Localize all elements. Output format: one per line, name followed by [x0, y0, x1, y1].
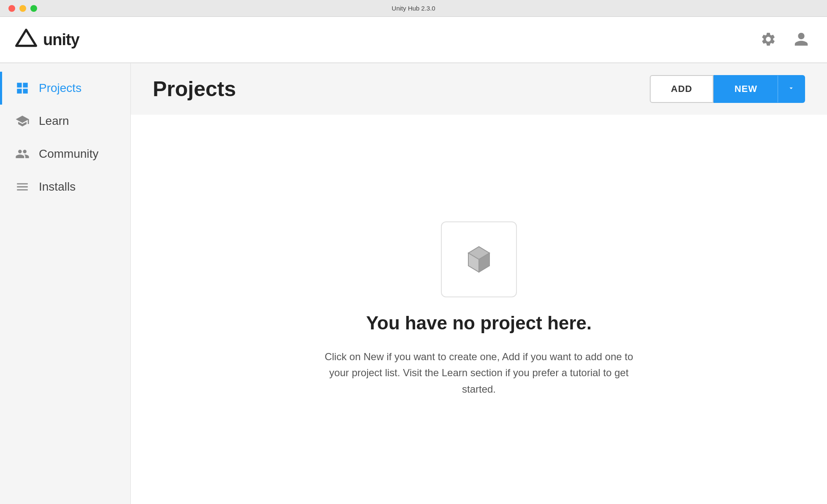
empty-icon-box	[441, 221, 517, 297]
settings-button[interactable]	[758, 29, 779, 51]
svg-marker-0	[16, 30, 36, 46]
account-button[interactable]	[791, 29, 812, 51]
chevron-down-icon	[787, 84, 795, 92]
sidebar-item-learn[interactable]: Learn	[0, 105, 130, 137]
sidebar-item-projects[interactable]: Projects	[0, 72, 130, 105]
community-icon	[15, 147, 30, 161]
learn-icon	[15, 114, 30, 128]
empty-title: You have no project here.	[366, 313, 592, 334]
empty-state: You have no project here. Click on New i…	[131, 115, 827, 504]
new-button[interactable]: NEW	[713, 75, 778, 103]
empty-description: Click on New if you want to create one, …	[319, 349, 639, 397]
page-title: Projects	[153, 77, 236, 101]
sidebar-item-community[interactable]: Community	[0, 137, 130, 170]
sidebar-community-label: Community	[39, 147, 99, 161]
sidebar-installs-label: Installs	[39, 180, 76, 194]
app-header: unity	[0, 17, 827, 63]
sidebar-projects-label: Projects	[39, 81, 81, 95]
projects-icon	[15, 81, 30, 95]
new-dropdown-button[interactable]	[778, 75, 805, 103]
main-layout: Projects Learn Community Installs Projec…	[0, 63, 827, 504]
logo: unity	[15, 29, 79, 51]
sidebar-item-installs[interactable]: Installs	[0, 170, 130, 203]
titlebar: Unity Hub 2.3.0	[0, 0, 827, 17]
minimize-button[interactable]	[19, 5, 26, 12]
logo-text: unity	[43, 31, 79, 49]
header-actions	[758, 29, 812, 51]
maximize-button[interactable]	[30, 5, 37, 12]
user-icon	[793, 31, 809, 47]
close-button[interactable]	[8, 5, 15, 12]
gear-icon	[760, 31, 776, 47]
installs-icon	[15, 180, 30, 194]
content-area: Projects ADD NEW	[131, 63, 827, 504]
sidebar: Projects Learn Community Installs	[0, 63, 131, 504]
traffic-lights	[8, 5, 37, 12]
cube-icon	[456, 236, 502, 283]
content-header: Projects ADD NEW	[131, 63, 827, 115]
sidebar-learn-label: Learn	[39, 114, 69, 128]
window-title: Unity Hub 2.3.0	[392, 5, 435, 12]
add-button[interactable]: ADD	[650, 75, 713, 103]
content-actions: ADD NEW	[650, 75, 805, 103]
unity-logo-icon	[15, 29, 37, 51]
